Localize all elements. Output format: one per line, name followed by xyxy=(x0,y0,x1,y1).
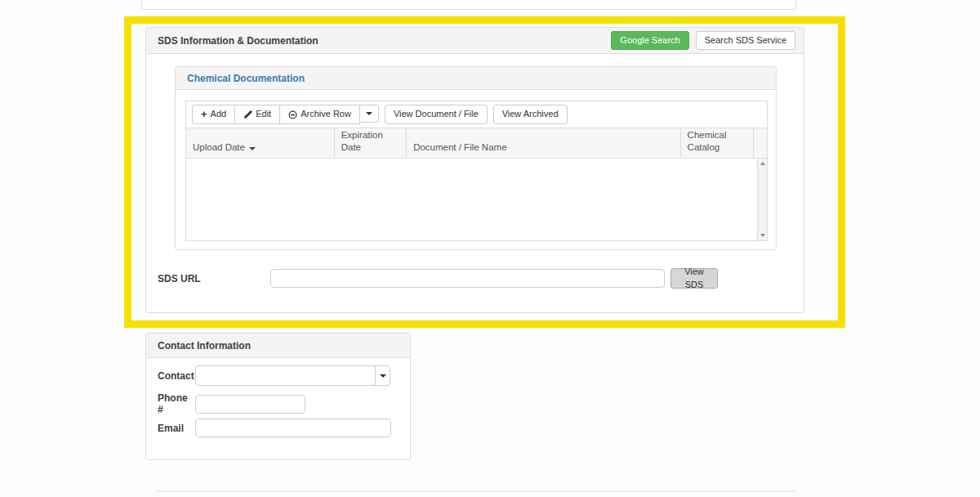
plus-icon xyxy=(201,110,207,119)
contact-row: Contact xyxy=(158,365,390,386)
sds-url-input[interactable] xyxy=(270,269,665,288)
grid-toolbar: Add Edit Archive Row xyxy=(185,101,768,128)
next-section-divider xyxy=(155,490,796,492)
column-header-expiration-date[interactable]: Expiration Date xyxy=(335,128,407,158)
contact-panel-header: Contact Information xyxy=(146,334,410,358)
phone-input[interactable] xyxy=(195,395,305,414)
edit-button[interactable]: Edit xyxy=(234,105,280,124)
chevron-down-icon xyxy=(366,112,372,115)
sds-panel-title: SDS Information & Documentation xyxy=(158,35,318,47)
add-button[interactable]: Add xyxy=(192,105,235,124)
grid-body-empty xyxy=(186,159,767,240)
grid-action-button-group: Add Edit Archive Row xyxy=(192,105,379,124)
search-sds-service-button[interactable]: Search SDS Service xyxy=(696,31,795,51)
chemical-documentation-title: Chemical Documentation xyxy=(187,73,305,84)
column-header-label: Upload Date xyxy=(193,141,245,153)
sds-panel-header: SDS Information & Documentation Google S… xyxy=(146,28,804,54)
archive-circle-icon xyxy=(288,110,297,119)
email-row: Email xyxy=(158,419,391,437)
contact-dropdown-button[interactable] xyxy=(375,365,390,386)
column-header-chemical-catalog[interactable]: Chemical Catalog xyxy=(681,128,754,158)
column-header-label: Document / File Name xyxy=(413,141,506,153)
view-document-file-button[interactable]: View Document / File xyxy=(385,105,488,124)
sort-desc-icon xyxy=(249,147,256,150)
column-header-label: Chemical Catalog xyxy=(688,129,746,153)
sds-information-panel: SDS Information & Documentation Google S… xyxy=(145,27,804,313)
phone-row: Phone # xyxy=(158,392,305,415)
contact-information-panel: Contact Information Contact Phone # Emai… xyxy=(145,333,411,460)
column-header-upload-date[interactable]: Upload Date xyxy=(186,128,335,158)
contact-combobox-input[interactable] xyxy=(195,365,376,386)
google-search-button[interactable]: Google Search xyxy=(611,31,688,51)
column-header-label: Expiration Date xyxy=(341,129,399,153)
column-header-document-file-name[interactable]: Document / File Name xyxy=(407,128,680,158)
contact-panel-title: Contact Information xyxy=(158,340,251,351)
page: SDS Information & Documentation Google S… xyxy=(0,0,980,497)
scroll-up-icon[interactable] xyxy=(760,162,765,165)
sds-header-buttons: Google Search Search SDS Service xyxy=(611,31,795,51)
phone-label: Phone # xyxy=(158,392,195,415)
view-archived-button[interactable]: View Archived xyxy=(493,105,568,124)
archive-dropdown-button[interactable] xyxy=(359,105,379,123)
chemical-documentation-header: Chemical Documentation xyxy=(176,67,776,90)
chemical-documentation-panel: Chemical Documentation Add Edit xyxy=(175,66,777,250)
email-label: Email xyxy=(158,423,195,434)
edit-button-label: Edit xyxy=(256,108,271,121)
pencil-icon xyxy=(243,110,252,119)
email-input[interactable] xyxy=(195,419,391,437)
column-header-scrollbar-spacer xyxy=(754,128,767,158)
archive-row-button-label: Archive Row xyxy=(301,108,351,121)
sds-url-label: SDS URL xyxy=(158,273,201,284)
archive-row-button[interactable]: Archive Row xyxy=(279,105,360,124)
previous-section-panel xyxy=(141,0,796,10)
add-button-label: Add xyxy=(211,108,227,121)
grid-header-row: Upload Date Expiration Date Document / F… xyxy=(186,128,767,159)
scroll-down-icon[interactable] xyxy=(760,234,765,237)
vertical-scrollbar[interactable] xyxy=(757,159,767,240)
documents-grid: Upload Date Expiration Date Document / F… xyxy=(185,128,768,241)
contact-label: Contact xyxy=(158,370,195,382)
chevron-down-icon xyxy=(380,374,386,378)
view-sds-button[interactable]: View SDS xyxy=(670,268,718,289)
